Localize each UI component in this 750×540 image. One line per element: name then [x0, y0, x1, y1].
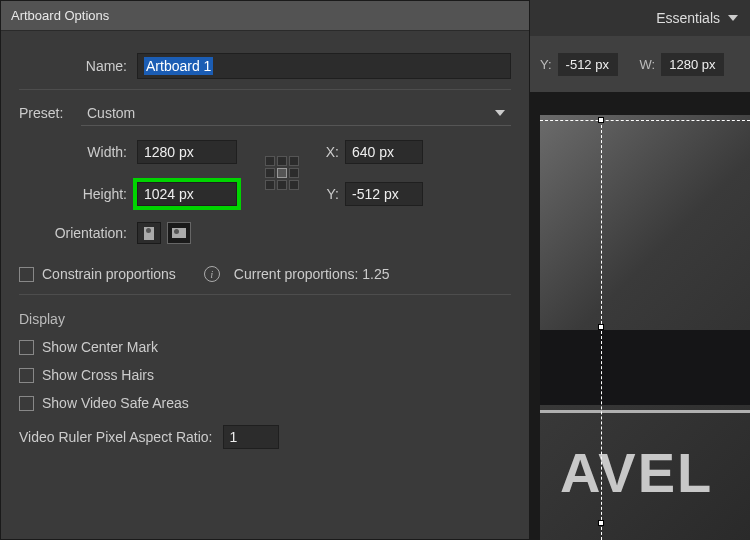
workspace-name[interactable]: Essentials	[656, 10, 720, 26]
landscape-icon	[172, 228, 186, 238]
refpoint-cell[interactable]	[289, 156, 299, 166]
refpoint-cell-center[interactable]	[277, 168, 287, 178]
prop-y-value[interactable]: -512 px	[558, 53, 618, 76]
ruler-ratio-label: Video Ruler Pixel Aspect Ratio:	[19, 429, 223, 445]
show-cross-hairs-label: Show Cross Hairs	[42, 367, 154, 383]
canvas-divider-line	[540, 410, 750, 413]
orientation-label: Orientation:	[19, 225, 137, 241]
current-proportions-label: Current proportions: 1.25	[234, 266, 390, 282]
show-center-mark-checkbox[interactable]	[19, 340, 34, 355]
portrait-icon	[144, 227, 154, 240]
refpoint-cell[interactable]	[289, 168, 299, 178]
artboard-handle[interactable]	[598, 117, 604, 123]
show-video-safe-label: Show Video Safe Areas	[42, 395, 189, 411]
workspace-switcher-bar: Essentials	[530, 0, 750, 36]
divider	[19, 89, 511, 90]
chevron-down-icon	[495, 110, 505, 116]
width-label: Width:	[19, 144, 137, 160]
refpoint-cell[interactable]	[289, 180, 299, 190]
name-label: Name:	[19, 58, 137, 74]
preset-value: Custom	[87, 105, 135, 121]
width-input[interactable]: 1280 px	[137, 140, 237, 164]
show-center-mark-label: Show Center Mark	[42, 339, 158, 355]
height-input[interactable]: 1024 px	[137, 182, 237, 206]
artboard-edge-top	[540, 120, 750, 121]
refpoint-cell[interactable]	[265, 180, 275, 190]
canvas-artwork-text: AVEL	[560, 440, 713, 505]
x-input[interactable]: 640 px	[345, 140, 423, 164]
show-video-safe-checkbox[interactable]	[19, 396, 34, 411]
artboard-edge-vertical	[601, 120, 602, 540]
divider	[19, 294, 511, 295]
prop-y-label: Y:	[540, 57, 552, 72]
refpoint-cell[interactable]	[277, 180, 287, 190]
artboard-handle[interactable]	[598, 324, 604, 330]
reference-point-grid[interactable]	[265, 156, 299, 190]
ruler-ratio-input[interactable]: 1	[223, 425, 279, 449]
y-input[interactable]: -512 px	[345, 182, 423, 206]
info-icon: i	[204, 266, 220, 282]
y-value: -512 px	[352, 186, 399, 202]
orientation-portrait-button[interactable]	[137, 222, 161, 244]
prop-w-value[interactable]: 1280 px	[661, 53, 723, 76]
dialog-title: Artboard Options	[11, 8, 109, 23]
x-value: 640 px	[352, 144, 394, 160]
orientation-landscape-button[interactable]	[167, 222, 191, 244]
width-value: 1280 px	[144, 144, 194, 160]
display-heading: Display	[19, 311, 511, 327]
y-label: Y:	[317, 186, 345, 202]
constrain-proportions-checkbox[interactable]	[19, 267, 34, 282]
x-label: X:	[317, 144, 345, 160]
ruler-ratio-value: 1	[230, 429, 238, 445]
show-cross-hairs-checkbox[interactable]	[19, 368, 34, 383]
preset-label: Preset:	[19, 105, 81, 121]
constrain-proportions-label: Constrain proportions	[42, 266, 176, 282]
height-value: 1024 px	[144, 186, 194, 202]
dialog-titlebar[interactable]: Artboard Options	[1, 1, 529, 31]
artboard-handle[interactable]	[598, 520, 604, 526]
name-input[interactable]: Artboard 1	[137, 53, 511, 79]
refpoint-cell[interactable]	[277, 156, 287, 166]
control-bar: Y: -512 px W: 1280 px	[530, 36, 750, 92]
preset-select[interactable]: Custom	[81, 100, 511, 126]
height-label: Height:	[19, 186, 137, 202]
chevron-down-icon[interactable]	[728, 15, 738, 21]
canvas-dark-strip	[540, 330, 750, 405]
refpoint-cell[interactable]	[265, 168, 275, 178]
name-input-value: Artboard 1	[144, 57, 213, 75]
artboard-options-dialog: Artboard Options Name: Artboard 1 Preset…	[0, 0, 530, 540]
prop-w-label: W:	[640, 57, 656, 72]
refpoint-cell[interactable]	[265, 156, 275, 166]
